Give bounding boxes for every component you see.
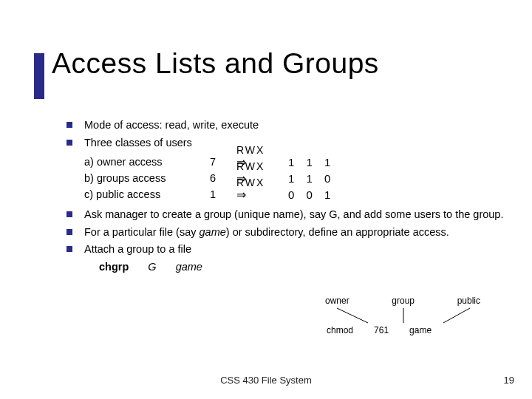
slide-title: Access Lists and Groups	[52, 47, 379, 80]
diagram-group: group	[392, 296, 415, 306]
perm-public-num: 1	[210, 188, 236, 202]
bullet-ask-manager: Ask manager to create a group (unique na…	[66, 208, 510, 222]
accent-bar	[34, 53, 44, 99]
perm-groups-label: b) groups access	[84, 171, 210, 186]
text-post: ) or subdirectory, define an appropriate…	[226, 226, 449, 238]
diagram-mode: 761	[374, 325, 389, 335]
svg-line-0	[337, 308, 368, 323]
double-arrow-icon: ⇒	[236, 188, 246, 201]
page-number: 19	[504, 375, 514, 386]
perm-public-rwx: RWX	[236, 176, 265, 190]
perm-public-bits: 0 0 1	[288, 188, 335, 202]
diagram-chmod: chmod	[327, 325, 353, 335]
chmod-diagram: owner group public chmod 761 game	[318, 296, 495, 335]
footer-title: CSS 430 File System	[0, 375, 532, 386]
perm-owner-bits: 1 1 1	[288, 155, 335, 170]
diagram-bottom-row: chmod 761 game	[327, 325, 495, 335]
perm-groups-bits: 1 1 0	[288, 171, 335, 186]
perm-row-groups: b) groups access 6 RWX ⇒ 1 1 0	[84, 171, 510, 187]
diagram-public: public	[457, 296, 480, 306]
diagram-file: game	[409, 325, 432, 335]
perm-groups-num: 6	[210, 171, 236, 186]
perm-owner-num: 7	[210, 155, 236, 170]
diagram-owner: owner	[325, 296, 349, 306]
svg-line-2	[443, 308, 470, 323]
perm-owner-label: a) owner access	[84, 155, 210, 170]
slide-body: Mode of access: read, write, execute Thr…	[66, 118, 510, 274]
perm-owner-rwx: RWX	[236, 143, 265, 157]
perm-row-owner: a) owner access 7 RWX ⇒ 1 1 1	[84, 154, 510, 171]
cmd-group-arg: G	[148, 261, 156, 273]
chgrp-command: chgrp G game	[99, 260, 510, 275]
diagram-lines-icon	[324, 307, 482, 324]
perm-public-label: c) public access	[84, 188, 210, 202]
text-pre: For a particular file (say	[84, 226, 200, 238]
bullet-attach-group: Attach a group to a file	[66, 242, 510, 257]
cmd-chgrp: chgrp	[99, 261, 129, 273]
perm-public-arrow: RWX ⇒	[236, 187, 288, 203]
perm-row-public: c) public access 1 RWX ⇒ 0 0 1	[84, 187, 510, 203]
bullet-mode-of-access: Mode of access: read, write, execute	[66, 118, 510, 133]
perm-groups-rwx: RWX	[236, 160, 265, 174]
cmd-file-arg: game	[176, 261, 202, 273]
text-game: game	[200, 226, 226, 238]
diagram-top-row: owner group public	[325, 296, 480, 306]
bullet-three-classes: Three classes of users	[66, 136, 510, 151]
permissions-block: a) owner access 7 RWX ⇒ 1 1 1 b) groups …	[84, 154, 510, 203]
bullet-particular-file: For a particular file (say game) or subd…	[66, 225, 510, 240]
